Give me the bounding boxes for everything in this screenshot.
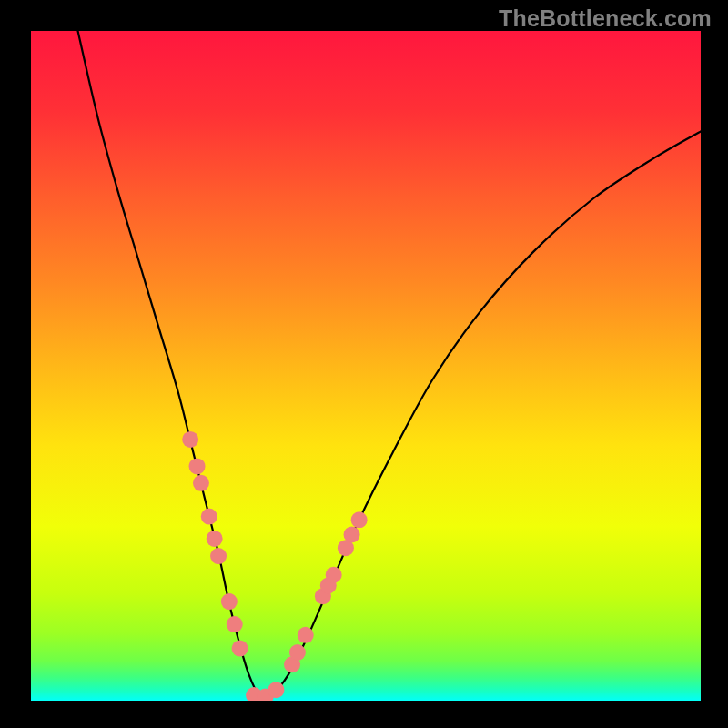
highlight-dot	[221, 593, 238, 610]
chart-svg	[31, 31, 701, 701]
highlight-dot	[298, 627, 314, 643]
watermark-label: TheBottleneck.com	[499, 5, 712, 32]
highlight-dot	[351, 511, 368, 528]
highlight-dot	[189, 458, 206, 474]
highlight-dot	[227, 616, 243, 632]
chart-frame: TheBottleneck.com	[0, 0, 728, 728]
highlight-dot	[326, 567, 342, 583]
highlight-dot	[182, 431, 198, 448]
highlight-dot	[201, 509, 217, 525]
highlight-dot	[268, 682, 284, 698]
highlight-dot	[210, 548, 227, 564]
highlight-dot	[193, 475, 209, 491]
highlight-dot	[207, 531, 223, 547]
highlight-dot	[344, 526, 360, 542]
highlight-dot	[232, 641, 248, 657]
plot-area	[31, 31, 701, 701]
gradient-background	[31, 31, 701, 701]
highlight-dot	[289, 644, 306, 661]
